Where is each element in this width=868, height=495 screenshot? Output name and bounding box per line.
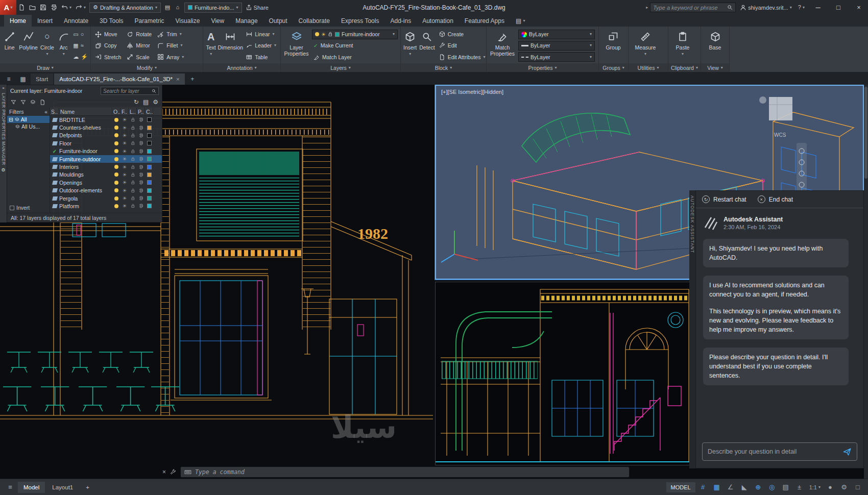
ribbon-options-button[interactable]: ▤ ▾ xyxy=(510,15,531,27)
layer-states-icon[interactable] xyxy=(30,100,36,105)
group-button[interactable]: Group xyxy=(601,28,625,63)
open-file-button[interactable] xyxy=(27,2,38,13)
fillet-button[interactable]: Fillet▾ xyxy=(156,41,185,51)
layout-menu-icon[interactable]: ≡ xyxy=(4,481,16,493)
block-panel-label[interactable]: Block▾ xyxy=(401,63,486,72)
layer-lock-icon[interactable] xyxy=(129,117,137,122)
layer-row-selected[interactable]: Furniture-outdoor☀ xyxy=(50,155,162,163)
layer-properties-button[interactable]: Layer Properties xyxy=(283,28,309,63)
layer-color-swatch[interactable] xyxy=(145,149,153,154)
collapse-tree-icon[interactable]: « xyxy=(44,109,47,115)
plot-button[interactable] xyxy=(49,2,59,13)
save-button[interactable] xyxy=(38,2,49,13)
layer-color-swatch[interactable] xyxy=(145,117,153,122)
layer-row-current[interactable]: ✓Furniture-indoor☀ xyxy=(50,147,162,155)
file-tab-menu-icon[interactable]: ≡ xyxy=(2,73,15,85)
draw-extra-tools[interactable]: ▭○ ▦≈ ☁⚡ xyxy=(73,28,88,63)
new-property-filter-icon[interactable] xyxy=(11,100,16,105)
utilities-panel-label[interactable]: Utilities▾ xyxy=(629,63,668,72)
tab-view[interactable]: View xyxy=(205,15,230,27)
groups-panel-label[interactable]: Groups▾ xyxy=(599,63,628,72)
wcs-label[interactable]: WCS xyxy=(774,132,786,138)
close-command-icon[interactable]: × xyxy=(162,468,166,476)
edit-block-button[interactable]: Edit xyxy=(438,41,487,51)
tab-manage[interactable]: Manage xyxy=(230,15,263,27)
arc-button[interactable]: Arc▾ xyxy=(57,28,70,63)
layer-plot-icon[interactable] xyxy=(137,204,145,208)
layer-lock-icon[interactable] xyxy=(129,196,137,201)
match-properties-button[interactable]: Match Properties xyxy=(489,28,516,63)
tab-add-ins[interactable]: Add-ins xyxy=(384,15,417,27)
lineweight-toggle-icon[interactable]: ▤ xyxy=(780,481,792,493)
workspace-selector[interactable]: ⚙Drafting & Annotation▾ xyxy=(89,3,161,13)
layer-color-swatch[interactable] xyxy=(145,204,153,208)
snap-toggle-icon[interactable]: ▦ xyxy=(711,481,723,493)
redo-button[interactable]: ▾ xyxy=(74,2,88,13)
layer-on-icon[interactable] xyxy=(112,172,120,177)
clean-screen-icon[interactable]: □ xyxy=(852,481,864,493)
layer-plot-icon[interactable] xyxy=(137,141,145,145)
filter-all[interactable]: ⊟All xyxy=(7,116,50,123)
assistant-input-box[interactable] xyxy=(702,442,857,461)
layer-on-icon[interactable] xyxy=(112,133,120,137)
customization-gear-icon[interactable]: ⚙ xyxy=(838,481,850,493)
layer-plot-icon[interactable] xyxy=(137,149,145,154)
layer-plot-icon[interactable] xyxy=(137,180,145,185)
columns-icon[interactable]: ▤ xyxy=(143,99,149,105)
dimension-button[interactable]: Dimension xyxy=(219,28,242,63)
tab-visualize[interactable]: Visualize xyxy=(170,15,206,27)
undo-button[interactable]: ▾ xyxy=(59,2,74,13)
mirror-button[interactable]: Mirror xyxy=(125,41,153,51)
minimize-button[interactable]: ─ xyxy=(809,0,827,15)
clipboard-panel-label[interactable]: Clipboard▾ xyxy=(668,63,701,72)
layer-on-icon[interactable] xyxy=(112,196,120,201)
layer-color-swatch[interactable] xyxy=(145,133,153,138)
layer-lock-icon[interactable] xyxy=(129,180,137,185)
modify-panel-label[interactable]: Modify▾ xyxy=(91,63,203,72)
restart-chat-button[interactable]: ↻Restart chat xyxy=(702,195,746,203)
layer-color-swatch[interactable] xyxy=(145,188,153,193)
layer-on-icon[interactable] xyxy=(112,126,120,130)
layer-plot-icon[interactable] xyxy=(137,126,145,130)
ortho-toggle-icon[interactable]: ◣ xyxy=(738,481,751,493)
copy-button[interactable]: Copy xyxy=(93,41,123,51)
canvas-scrollbar[interactable] xyxy=(864,85,868,479)
dynamic-input-icon[interactable]: ± xyxy=(793,481,806,493)
tab-home[interactable]: Home xyxy=(4,15,32,27)
move-button[interactable]: Move xyxy=(93,30,123,39)
invert-checkbox[interactable] xyxy=(10,206,14,210)
layer-search-box[interactable] xyxy=(101,87,159,95)
new-layout-button[interactable]: + xyxy=(80,482,95,493)
layer-plot-icon[interactable] xyxy=(137,165,145,169)
layer-lock-icon[interactable] xyxy=(129,172,137,177)
snap-tracking-icon[interactable]: ◎ xyxy=(766,481,778,493)
palette-close-icon[interactable]: × xyxy=(2,86,5,90)
layer-freeze-icon[interactable]: ☀ xyxy=(120,172,129,178)
tab-express-tools[interactable]: Express Tools xyxy=(335,15,384,27)
detect-button[interactable]: Detect xyxy=(419,28,435,63)
sheet-set-button[interactable]: ▤ xyxy=(162,2,173,13)
layer-row[interactable]: Pergola☀ xyxy=(50,194,162,202)
table-button[interactable]: Table xyxy=(245,52,278,62)
trim-button[interactable]: Trim▾ xyxy=(156,30,185,39)
new-drawing-tab-button[interactable]: + xyxy=(186,73,199,85)
layer-plot-icon[interactable] xyxy=(137,172,145,177)
close-tab-icon[interactable]: × xyxy=(176,76,180,82)
refresh-icon[interactable]: ↻ xyxy=(134,99,139,105)
layer-on-icon[interactable] xyxy=(112,149,120,153)
quick-layer-dropdown[interactable]: Furniture-indo...▾ xyxy=(184,3,242,13)
isolate-objects-icon[interactable]: ● xyxy=(824,481,836,493)
layer-color-swatch[interactable] xyxy=(145,141,153,145)
layer-color-swatch[interactable] xyxy=(145,172,153,177)
polyline-button[interactable]: Polyline xyxy=(19,28,38,63)
layer-lock-icon[interactable] xyxy=(129,188,137,193)
maximize-button[interactable]: □ xyxy=(829,0,848,15)
layer-lock-icon[interactable] xyxy=(129,141,137,145)
base-button[interactable]: Base xyxy=(704,28,727,63)
make-current-button[interactable]: ✓Make Current xyxy=(312,41,398,51)
paste-button[interactable]: Paste▾ xyxy=(671,28,694,63)
layer-on-icon[interactable] xyxy=(112,188,120,192)
layer-freeze-icon[interactable]: ☀ xyxy=(120,133,129,138)
tab-output[interactable]: Output xyxy=(263,15,293,27)
layer-on-icon[interactable] xyxy=(112,165,120,169)
